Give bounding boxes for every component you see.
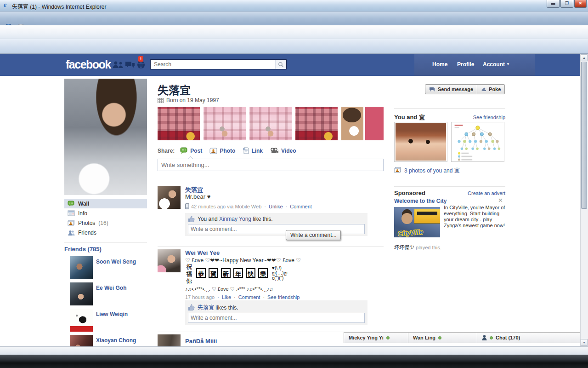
photos-icon bbox=[68, 220, 75, 226]
post-author[interactable]: PañDå Miiii bbox=[185, 338, 217, 345]
friend-name[interactable]: Liew Weiqin bbox=[96, 309, 128, 332]
chat-tab[interactable]: Wan Ling bbox=[408, 333, 477, 343]
friends-icon bbox=[68, 230, 75, 236]
see-friendship-link[interactable]: See friendship bbox=[473, 115, 505, 120]
photos-count: (16) bbox=[98, 220, 108, 226]
avatar[interactable] bbox=[70, 256, 93, 279]
notifications-icon[interactable] bbox=[137, 61, 146, 69]
friend-name[interactable]: Soon Wei Seng bbox=[96, 256, 136, 279]
friendship-tree-photo[interactable] bbox=[451, 122, 504, 162]
ad-played-label: played this. bbox=[416, 245, 441, 250]
maximize-button[interactable]: ❐ bbox=[560, 0, 573, 8]
chat-person-icon bbox=[482, 335, 487, 340]
avatar[interactable] bbox=[158, 186, 181, 209]
sidebar-item-wall[interactable]: Wall bbox=[64, 199, 147, 208]
chat-tab[interactable]: Mickey Ying Yi bbox=[344, 333, 408, 343]
chat-tab-name: Mickey Ying Yi bbox=[349, 335, 384, 340]
friendship-photo[interactable] bbox=[394, 122, 447, 162]
title-bar: e 失落宜 (1) - Windows Internet Explorer ▬ … bbox=[0, 0, 588, 12]
friend-row[interactable]: Xiaoyan Chong bbox=[70, 335, 148, 346]
post-time: 42 minutes ago via Mobile Web bbox=[191, 204, 261, 209]
post-icon bbox=[180, 147, 188, 154]
notification-badge[interactable]: 1 bbox=[138, 56, 143, 62]
facebook-search-input[interactable] bbox=[151, 61, 275, 68]
sidebar-item-label: Photos bbox=[78, 220, 95, 226]
post-ascii-art: 祝福你 恭賀新年快樂 ♥(\ /)ღ( . .)ღc(")(") bbox=[185, 264, 288, 286]
wall-post: 失落宜 Mr.bear ♥ 42 minutes ago via Mobile … bbox=[158, 185, 384, 245]
ad-title-link[interactable]: Welcome to the City bbox=[394, 198, 447, 204]
avatar[interactable] bbox=[158, 334, 181, 346]
minimize-button[interactable]: ▬ bbox=[547, 0, 560, 8]
avatar[interactable] bbox=[158, 249, 181, 272]
friend-row[interactable]: Soon Wei Seng bbox=[70, 256, 148, 279]
friend-requests-icon[interactable] bbox=[112, 61, 124, 69]
share-post-label: Post bbox=[190, 148, 202, 154]
scroll-down-icon[interactable]: ▼ bbox=[581, 339, 588, 346]
facebook-header: facebook 1 Home Profile Account▼ bbox=[0, 54, 588, 76]
share-video-link[interactable]: Video bbox=[270, 148, 296, 154]
like-post: like this. bbox=[251, 216, 273, 222]
status-input[interactable] bbox=[161, 161, 380, 168]
facebook-search-box[interactable] bbox=[150, 59, 287, 69]
post-author[interactable]: 失落宜 bbox=[185, 185, 203, 194]
fb-nav-home[interactable]: Home bbox=[432, 61, 447, 68]
comment-link[interactable]: Comment bbox=[238, 294, 260, 300]
post-meta: 17 hours ago· Like· Comment· See friends… bbox=[185, 294, 300, 300]
chat-launcher[interactable]: Chat (170) bbox=[477, 333, 580, 343]
see-friendship-link[interactable]: See friendship bbox=[267, 294, 300, 300]
avatar[interactable] bbox=[70, 282, 93, 305]
share-photo-link[interactable]: Photo bbox=[209, 148, 235, 154]
comment-tooltip: Write a comment... bbox=[286, 230, 341, 240]
share-link-link[interactable]: Link bbox=[243, 147, 263, 154]
close-ad-icon[interactable]: ✕ bbox=[498, 197, 503, 204]
profile-actions: Send message Poke bbox=[425, 84, 505, 94]
online-dot-icon bbox=[438, 336, 441, 339]
comment-link[interactable]: Comment bbox=[290, 204, 312, 209]
fb-nav-profile[interactable]: Profile bbox=[457, 61, 474, 68]
profile-photo[interactable] bbox=[64, 79, 147, 195]
photos-of-you-link[interactable]: 3 photos of you and 宜 bbox=[394, 166, 460, 174]
fb-nav-account-label: Account bbox=[483, 61, 505, 68]
comment-input[interactable] bbox=[188, 313, 365, 323]
friend-name[interactable]: Ee Wei Goh bbox=[96, 282, 126, 305]
post-author[interactable]: Wei Wei Yee bbox=[185, 249, 220, 256]
windows-live-toolbar: Windows Live ▼ What's New Profile Mail P… bbox=[0, 25, 588, 39]
liker-link[interactable]: Xinmay Yong bbox=[219, 216, 251, 222]
friend-row[interactable]: Liew Weiqin bbox=[70, 309, 148, 332]
search-icon[interactable] bbox=[275, 60, 286, 69]
sidebar-item-photos[interactable]: Photos(16) bbox=[64, 218, 147, 228]
liker-link[interactable]: 失落宜 bbox=[198, 305, 214, 311]
ad-image[interactable]: CityVille bbox=[394, 207, 440, 237]
like-link[interactable]: Like bbox=[222, 294, 231, 300]
wall-post: Wei Wei Yee ♡ £ove ♡❤❤~Happy New Year~❤❤… bbox=[158, 248, 384, 331]
share-post-link[interactable]: Post bbox=[180, 147, 202, 154]
divider bbox=[64, 242, 147, 242]
wall-photo-4[interactable] bbox=[295, 107, 338, 140]
wall-photo-2[interactable] bbox=[204, 107, 246, 140]
facebook-logo[interactable]: facebook bbox=[66, 58, 111, 71]
wall-photo-3[interactable] bbox=[249, 107, 292, 140]
send-message-button[interactable]: Send message bbox=[425, 84, 477, 94]
friend-name[interactable]: Xiaoyan Chong bbox=[96, 335, 136, 346]
status-composer[interactable] bbox=[158, 159, 384, 171]
avatar[interactable] bbox=[70, 309, 93, 332]
messages-icon[interactable] bbox=[125, 61, 135, 69]
like-row: 失落宜 likes this. bbox=[188, 302, 365, 313]
poke-button[interactable]: Poke bbox=[477, 84, 505, 94]
scrollbar-thumb[interactable] bbox=[581, 62, 587, 209]
friend-row[interactable]: Ee Wei Goh bbox=[70, 282, 148, 305]
wall-photo-5[interactable] bbox=[341, 107, 384, 140]
unlike-link[interactable]: Unlike bbox=[269, 204, 283, 209]
scroll-up-icon[interactable]: ▲ bbox=[581, 54, 588, 61]
wall-photo-1[interactable] bbox=[158, 107, 200, 140]
fb-nav-account[interactable]: Account▼ bbox=[483, 61, 510, 68]
like-text: You and Xinmay Yong like this. bbox=[198, 216, 273, 222]
avatar[interactable] bbox=[70, 335, 93, 346]
ad-social-context: 坏坏傑少 played this. bbox=[394, 243, 441, 251]
chat-bar: Mickey Ying Yi Wan Ling Chat (170) bbox=[344, 332, 580, 343]
sidebar-item-info[interactable]: Info bbox=[64, 208, 147, 218]
sponsored-label: Sponsored bbox=[394, 190, 425, 196]
close-button[interactable]: ✕ bbox=[574, 0, 587, 8]
create-advert-link[interactable]: Create an advert bbox=[468, 190, 505, 196]
sidebar-item-friends[interactable]: Friends bbox=[64, 228, 147, 237]
